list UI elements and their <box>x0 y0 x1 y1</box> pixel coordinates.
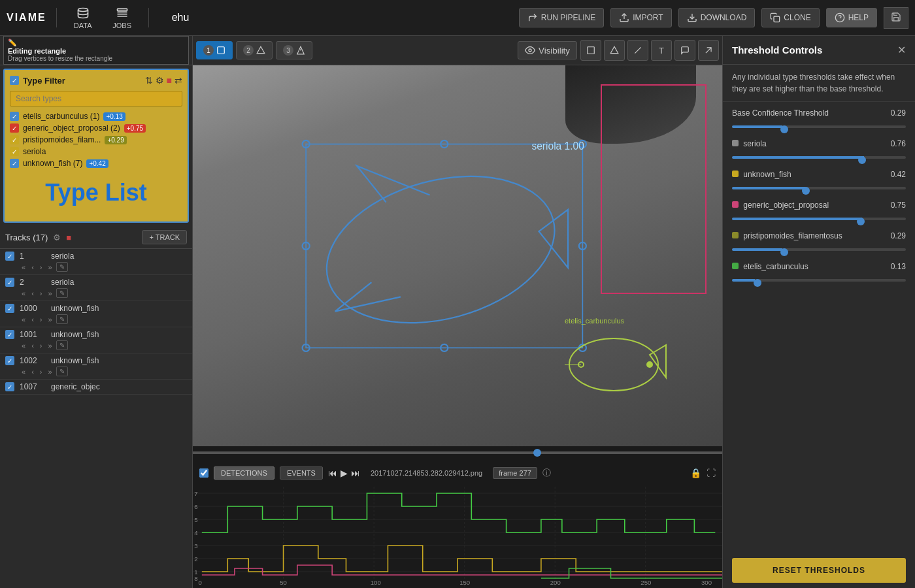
skip-to-end-btn[interactable]: ⏭ <box>351 468 360 478</box>
track-1002-nav: « ‹ › » ✎ <box>5 367 187 376</box>
settings-icon[interactable]: ⚙ <box>156 75 164 86</box>
expand-icon[interactable]: ⇄ <box>175 75 182 86</box>
svg-text:250: 250 <box>640 580 651 586</box>
track-2-first[interactable]: « <box>20 289 27 298</box>
skip-to-start-btn[interactable]: ⏮ <box>328 468 337 478</box>
track-1001-edit[interactable]: ✎ <box>56 340 68 350</box>
visibility-label: Visibility <box>539 46 570 56</box>
track-2-next[interactable]: › <box>38 289 44 298</box>
track-1002-prev[interactable]: ‹ <box>29 367 36 376</box>
etelis-threshold-slider[interactable] <box>732 279 906 282</box>
selection-box[interactable] <box>601 84 707 294</box>
track-1001-first[interactable]: « <box>20 341 27 350</box>
text-tool-icon[interactable]: T <box>651 40 672 61</box>
track-1-edit[interactable]: ✎ <box>56 262 68 272</box>
arrow-tool-icon[interactable] <box>698 40 719 61</box>
tool-3-btn[interactable]: 3 <box>276 41 312 59</box>
track-1-next[interactable]: › <box>38 263 44 272</box>
clone-btn[interactable]: CLONE <box>761 8 819 27</box>
generic-label-row: generic_object_proposal 0.75 <box>732 201 906 210</box>
canvas-area[interactable]: seriola 1.00 etelis_carbunculus <box>193 65 722 446</box>
track-1-last[interactable]: » <box>46 263 54 272</box>
tracks-settings-icon[interactable]: ⚙ <box>53 233 61 242</box>
poly-tool-icon[interactable] <box>604 40 625 61</box>
download-btn[interactable]: DOWNLOAD <box>678 8 756 27</box>
run-pipeline-btn[interactable]: RUN PIPELINE <box>519 8 604 27</box>
svg-line-14 <box>706 48 711 53</box>
rect-tool-icon[interactable] <box>580 40 601 61</box>
jobs-nav-btn[interactable]: JOBS <box>106 4 139 32</box>
threshold-close-btn[interactable]: ✕ <box>897 44 906 56</box>
threshold-row-etelis: etelis_carbunculus 0.13 <box>732 262 906 284</box>
tool-2-btn[interactable]: 2 <box>236 41 273 59</box>
base-threshold-label: Base Confidence Threshold <box>732 108 829 118</box>
detections-toggle <box>199 468 208 478</box>
detections-tab[interactable]: DETECTIONS <box>214 466 274 480</box>
type-checkbox-unknown[interactable]: ✓ <box>10 159 19 168</box>
track-1002-first[interactable]: « <box>20 367 27 376</box>
track-1-first[interactable]: « <box>20 263 27 272</box>
track-2-checkbox[interactable]: ✓ <box>5 278 14 287</box>
track-1002-edit[interactable]: ✎ <box>56 367 68 376</box>
left-panel: ✏️ Editing rectangle Drag vertices to re… <box>0 36 193 588</box>
type-checkbox-generic[interactable]: ✓ <box>10 123 19 133</box>
visibility-btn[interactable]: Visibility <box>518 41 577 59</box>
track-1002-last[interactable]: » <box>46 367 54 376</box>
timeline-bar[interactable] <box>193 446 722 459</box>
track-1000-prev[interactable]: ‹ <box>29 315 36 324</box>
help-btn[interactable]: HELP <box>826 8 877 27</box>
track-1001-prev[interactable]: ‹ <box>29 341 36 350</box>
fish2-svg <box>565 329 669 400</box>
track-1000-next[interactable]: › <box>38 315 44 324</box>
type-filter-checkbox[interactable]: ✓ <box>10 76 19 85</box>
tool-1-btn[interactable]: 1 <box>196 41 233 59</box>
unknown-fish-threshold-slider[interactable] <box>732 187 906 189</box>
data-nav-btn[interactable]: DATA <box>67 4 99 32</box>
comment-tool-icon[interactable] <box>674 40 695 61</box>
sort-icon[interactable]: ⇅ <box>145 75 153 86</box>
tracks-delete-icon[interactable]: ■ <box>66 233 71 242</box>
track-1000-first[interactable]: « <box>20 315 27 324</box>
detections-checkbox[interactable] <box>199 468 208 478</box>
base-threshold-slider[interactable] <box>732 125 906 128</box>
save-btn[interactable] <box>884 7 908 29</box>
seriola-threshold-slider[interactable] <box>732 156 906 159</box>
import-btn[interactable]: IMPORT <box>610 8 671 27</box>
timeline-thumb[interactable] <box>533 449 541 457</box>
tracks-header: Tracks (17) ⚙ ■ + TRACK <box>0 226 192 249</box>
track-row-1002: ✓ 1002 unknown_fish « ‹ › » ✎ <box>0 353 192 380</box>
seriola-color-dot <box>732 140 739 146</box>
search-types-input[interactable] <box>10 91 182 106</box>
track-2-edit[interactable]: ✎ <box>56 288 68 298</box>
track-1-prev[interactable]: ‹ <box>29 263 36 272</box>
pristip-threshold-slider[interactable] <box>732 248 906 251</box>
track-2-last[interactable]: » <box>46 289 54 298</box>
play-btn[interactable]: ▶ <box>341 468 348 478</box>
svg-point-28 <box>646 361 653 368</box>
track-1-checkbox[interactable]: ✓ <box>5 252 14 261</box>
track-1000-edit[interactable]: ✎ <box>56 314 68 324</box>
info-btn[interactable]: ⓘ <box>542 467 551 479</box>
track-1000-checkbox[interactable]: ✓ <box>5 304 14 313</box>
add-track-btn[interactable]: + TRACK <box>142 230 187 244</box>
delete-icon[interactable]: ■ <box>167 75 172 86</box>
fullscreen-btn[interactable]: ⛶ <box>707 468 716 478</box>
reset-thresholds-btn[interactable]: RESET THRESHOLDS <box>732 558 906 583</box>
track-1001-checkbox[interactable]: ✓ <box>5 330 14 339</box>
type-checkbox-seriola[interactable]: ✓ <box>10 147 19 156</box>
track-1001-next[interactable]: › <box>38 341 44 350</box>
track-1002-checkbox[interactable]: ✓ <box>5 356 14 365</box>
frame-badge: frame 277 <box>493 467 537 479</box>
type-checkbox-pristip[interactable]: ✓ <box>10 135 19 144</box>
events-tab[interactable]: EVENTS <box>280 466 323 480</box>
track-2-prev[interactable]: ‹ <box>29 289 36 298</box>
line-tool-icon[interactable] <box>627 40 648 61</box>
track-1007-checkbox[interactable]: ✓ <box>5 382 14 391</box>
generic-threshold-slider[interactable] <box>732 218 906 220</box>
track-1001-last[interactable]: » <box>46 341 54 350</box>
type-checkbox-etelis[interactable]: ✓ <box>10 112 19 121</box>
track-1000-last[interactable]: » <box>46 315 54 324</box>
edit-hint-title: Editing rectangle <box>8 47 184 55</box>
track-1002-next[interactable]: › <box>38 367 44 376</box>
lock-btn[interactable]: 🔒 <box>690 468 701 478</box>
